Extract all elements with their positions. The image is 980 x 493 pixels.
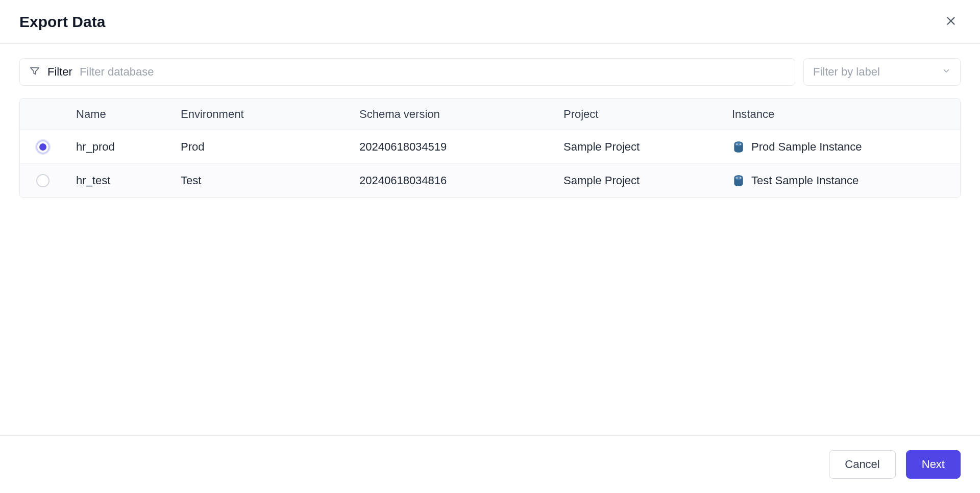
next-button[interactable]: Next	[906, 450, 961, 479]
radio-dot	[39, 143, 46, 151]
filter-icon	[29, 65, 40, 79]
row-schema-version: 20240618034816	[349, 174, 553, 187]
column-header-instance: Instance	[722, 108, 960, 121]
column-header-schema-version: Schema version	[349, 108, 553, 121]
column-header-project: Project	[553, 108, 722, 121]
chevron-down-icon	[942, 66, 951, 78]
svg-point-5	[740, 177, 741, 179]
row-instance: Test Sample Instance	[751, 174, 859, 187]
row-radio-cell	[20, 140, 66, 154]
row-environment: Test	[170, 174, 349, 187]
filter-input-container[interactable]: Filter	[19, 58, 795, 86]
postgres-icon	[732, 174, 745, 187]
row-instance-cell: Prod Sample Instance	[722, 140, 960, 154]
svg-point-3	[734, 176, 742, 180]
close-button[interactable]	[941, 11, 961, 32]
modal-footer: Cancel Next	[0, 435, 980, 493]
row-project: Sample Project	[553, 140, 722, 154]
table-header: Name Environment Schema version Project …	[20, 98, 960, 130]
svg-point-2	[740, 143, 741, 145]
filters-row: Filter Filter by label	[19, 58, 961, 86]
svg-point-1	[736, 143, 738, 145]
row-instance-cell: Test Sample Instance	[722, 174, 960, 187]
postgres-icon	[732, 140, 745, 154]
row-schema-version: 20240618034519	[349, 140, 553, 154]
modal-body: Filter Filter by label Name Environment …	[0, 44, 980, 212]
close-icon	[944, 14, 958, 29]
column-header-name: Name	[66, 108, 170, 121]
row-instance: Prod Sample Instance	[751, 140, 862, 154]
row-name: hr_test	[66, 174, 170, 187]
row-project: Sample Project	[553, 174, 722, 187]
column-header-environment: Environment	[170, 108, 349, 121]
modal-title: Export Data	[19, 13, 105, 31]
table-row[interactable]: hr_test Test 20240618034816 Sample Proje…	[20, 164, 960, 198]
row-radio-cell	[20, 174, 66, 187]
filter-database-input[interactable]	[80, 65, 786, 79]
filter-by-label-select[interactable]: Filter by label	[803, 58, 961, 86]
cancel-button[interactable]: Cancel	[829, 450, 895, 479]
table-row[interactable]: hr_prod Prod 20240618034519 Sample Proje…	[20, 130, 960, 164]
row-name: hr_prod	[66, 140, 170, 154]
row-environment: Prod	[170, 140, 349, 154]
svg-point-0	[734, 142, 742, 146]
modal-header: Export Data	[0, 0, 980, 44]
filter-label: Filter	[47, 65, 72, 79]
filter-by-label-placeholder: Filter by label	[813, 65, 880, 79]
svg-point-4	[736, 177, 738, 179]
database-table: Name Environment Schema version Project …	[19, 98, 961, 198]
row-select-radio[interactable]	[36, 174, 50, 187]
row-select-radio[interactable]	[36, 140, 50, 154]
